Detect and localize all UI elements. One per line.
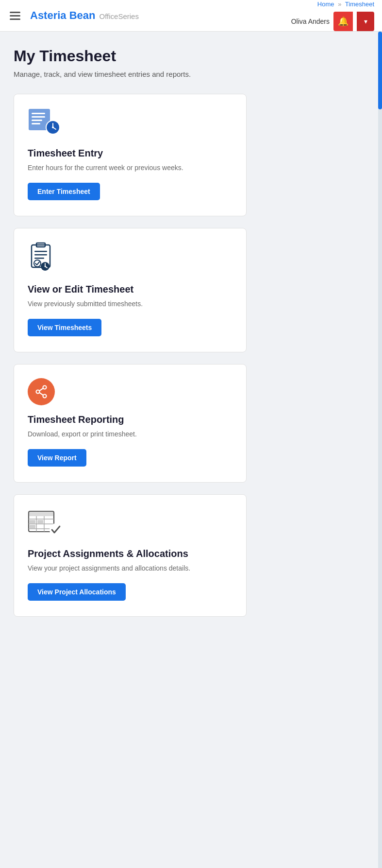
page-title: My Timesheet — [14, 47, 365, 65]
view-timesheets-button[interactable]: View Timesheets — [28, 319, 101, 336]
breadcrumb: Home » Timesheet — [317, 0, 374, 8]
breadcrumb-separator: » — [338, 0, 341, 8]
svg-rect-13 — [34, 258, 44, 259]
header-right: Home » Timesheet Oliva Anders 🔔 ▾ — [291, 0, 374, 31]
timesheet-entry-description: Enter hours for the current week or prev… — [28, 163, 233, 173]
breadcrumb-current: Timesheet — [345, 0, 374, 8]
view-project-allocations-button[interactable]: View Project Allocations — [28, 583, 126, 601]
svg-rect-11 — [34, 251, 47, 252]
share-icon-svg — [34, 384, 49, 399]
enter-timesheet-button[interactable]: Enter Timesheet — [28, 183, 100, 200]
svg-line-22 — [39, 388, 43, 391]
hamburger-menu-icon[interactable] — [8, 10, 22, 22]
bell-icon: 🔔 — [338, 16, 349, 27]
svg-rect-1 — [32, 113, 45, 114]
notification-bell-button[interactable]: 🔔 — [333, 12, 353, 31]
svg-point-18 — [45, 266, 46, 267]
svg-rect-31 — [30, 520, 35, 523]
view-edit-timesheet-title: View or Edit Timesheet — [28, 284, 233, 295]
project-svg — [28, 508, 63, 536]
user-name: Oliva Anders — [291, 17, 330, 25]
brand-subtitle: OfficeSeries — [100, 12, 139, 20]
timesheet-entry-icon — [28, 108, 233, 139]
timesheet-entry-svg — [28, 108, 61, 135]
timesheet-reporting-card: Timesheet Reporting Download, export or … — [14, 364, 247, 483]
chevron-down-icon: ▾ — [364, 17, 367, 25]
svg-rect-32 — [37, 520, 43, 523]
svg-rect-4 — [32, 123, 40, 124]
header: Asteria Bean OfficeSeries Home » Timeshe… — [0, 0, 382, 32]
timesheet-reporting-icon — [28, 378, 233, 405]
view-edit-timesheet-card: View or Edit Timesheet View previously s… — [14, 228, 247, 352]
svg-rect-25 — [29, 511, 54, 516]
svg-rect-33 — [30, 525, 35, 528]
header-left: Asteria Bean OfficeSeries — [8, 9, 139, 22]
timesheet-reporting-title: Timesheet Reporting — [28, 414, 233, 425]
svg-rect-12 — [34, 254, 47, 256]
project-allocations-card: Project Assignments & Allocations View y… — [14, 494, 247, 617]
view-edit-timesheet-icon — [28, 242, 233, 275]
svg-rect-3 — [32, 120, 42, 121]
project-allocations-description: View your project assignments and alloca… — [28, 563, 233, 573]
project-allocations-icon — [28, 508, 233, 539]
view-report-button[interactable]: View Report — [28, 449, 86, 467]
svg-line-23 — [39, 393, 43, 395]
timesheet-entry-title: Timesheet Entry — [28, 148, 233, 159]
svg-rect-2 — [32, 116, 45, 118]
scrollbar[interactable] — [378, 32, 382, 868]
user-dropdown-button[interactable]: ▾ — [357, 12, 374, 31]
project-allocations-title: Project Assignments & Allocations — [28, 548, 233, 559]
main-content: My Timesheet Manage, track, and view tim… — [0, 32, 378, 648]
view-edit-timesheet-description: View previously submitted timesheets. — [28, 299, 233, 309]
page-subtitle: Manage, track, and view timesheet entrie… — [14, 70, 365, 78]
svg-point-8 — [52, 126, 54, 128]
view-edit-svg — [28, 242, 62, 271]
timesheet-entry-card: Timesheet Entry Enter hours for the curr… — [14, 94, 247, 216]
header-actions: Oliva Anders 🔔 ▾ — [291, 12, 374, 31]
brand: Asteria Bean OfficeSeries — [30, 9, 139, 22]
timesheet-reporting-description: Download, export or print timesheet. — [28, 429, 233, 439]
brand-name: Asteria Bean — [30, 9, 96, 22]
scrollbar-thumb[interactable] — [378, 32, 382, 109]
breadcrumb-home[interactable]: Home — [317, 0, 334, 8]
